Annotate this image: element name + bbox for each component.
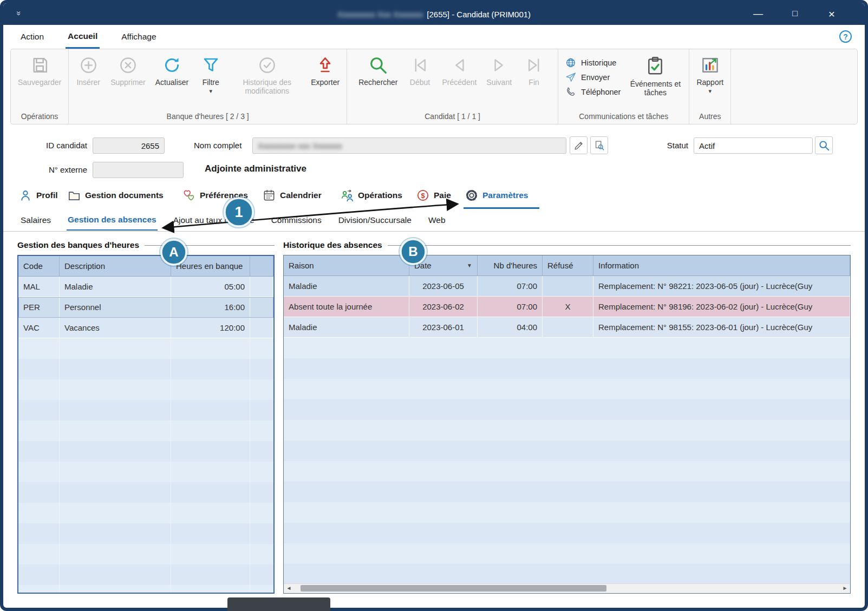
- history-modifications-button[interactable]: Historique des modifications: [228, 52, 306, 98]
- group-label-bank: Banque d'heures [ 2 / 3 ]: [71, 111, 344, 124]
- hours-bank-title: Gestion des banques d'heures: [17, 240, 139, 250]
- people-swap-icon: [340, 188, 354, 202]
- report-dropdown-icon: ▾: [709, 89, 712, 93]
- col-information: Information: [593, 255, 850, 275]
- search-icon: [368, 55, 388, 75]
- name-field[interactable]: Xxxxxxxxx xxx Xxxxxxx: [252, 137, 566, 154]
- external-number-label: N° externe: [19, 165, 87, 174]
- status-search-button[interactable]: [815, 136, 833, 154]
- refresh-button[interactable]: Actualiser: [151, 52, 193, 89]
- table-row-refused[interactable]: Absent toute la journée 2023-06-02 07:00…: [284, 297, 850, 317]
- minimize-button[interactable]: —: [752, 8, 764, 19]
- scroll-right-icon[interactable]: ►: [840, 584, 850, 593]
- report-icon: [700, 55, 720, 75]
- col-description: Description: [60, 256, 171, 276]
- absence-history-table: Raison Date ▼ Nb d'heures Réfusé Informa…: [283, 255, 851, 594]
- svg-text:$: $: [421, 192, 425, 200]
- filter-button[interactable]: Filtre ▾: [193, 52, 228, 95]
- history-button[interactable]: Historique: [565, 57, 621, 69]
- table-row[interactable]: Maladie 2023-06-01 04:00 Remplacement: N…: [284, 317, 850, 338]
- id-field[interactable]: 2655: [93, 137, 165, 154]
- scroll-left-icon[interactable]: ◄: [284, 584, 293, 593]
- subtab-division[interactable]: Division/Succursale: [337, 211, 413, 230]
- pencil-icon: [573, 140, 585, 152]
- document-search-icon: [593, 140, 605, 152]
- edit-name-button[interactable]: [570, 136, 588, 154]
- col-refuse: Réfusé: [543, 255, 593, 275]
- table-row[interactable]: MAL Maladie 05:00: [18, 277, 273, 297]
- subtab-web[interactable]: Web: [427, 211, 447, 230]
- tab-paie[interactable]: $ Paie: [416, 186, 451, 205]
- phone-button[interactable]: Téléphoner: [565, 86, 621, 98]
- maximize-button[interactable]: □: [789, 9, 801, 18]
- insert-button[interactable]: Insérer: [71, 52, 106, 89]
- col-heures: Heures en banque: [171, 256, 250, 276]
- events-tasks-button[interactable]: Événements et tâches: [624, 52, 687, 100]
- status-search-icon: [818, 140, 830, 152]
- gear-icon: [465, 188, 479, 202]
- help-icon[interactable]: ?: [839, 30, 852, 43]
- send-button[interactable]: Envoyer: [565, 71, 621, 83]
- table-row[interactable]: VAC Vacances 120:00: [18, 318, 273, 338]
- history-modifications-icon: [257, 55, 277, 75]
- col-date[interactable]: Date ▼: [409, 255, 478, 275]
- last-button[interactable]: Fin: [517, 52, 551, 89]
- scrollbar-thumb[interactable]: [301, 585, 606, 592]
- horizontal-scrollbar[interactable]: ◄ ►: [284, 583, 850, 593]
- menu-accueil[interactable]: Accueil: [66, 25, 100, 49]
- title-bar: « Xxxxxxxxx Xxx Xxxxxxx [2655] - Candida…: [3, 3, 865, 25]
- col-nb-heures: Nb d'heures: [478, 255, 543, 275]
- tab-calendrier[interactable]: Calendrier: [262, 186, 322, 205]
- tab-profil[interactable]: Profil: [18, 186, 58, 205]
- id-label: ID candidat: [19, 141, 87, 150]
- export-button[interactable]: Exporter: [306, 52, 344, 89]
- subtab-salaires[interactable]: Salaires: [19, 211, 52, 230]
- ribbon: Sauvegarder Opérations Insérer Supprimer: [10, 49, 858, 124]
- absence-history-title: Historique des absences: [283, 240, 382, 250]
- candidate-info: ID candidat 2655 Nom complet Xxxxxxxxx x…: [3, 124, 865, 182]
- hours-bank-table: Code Description Heures en banque MAL Ma…: [17, 255, 275, 594]
- ribbon-group-operations: Sauvegarder Opérations: [11, 49, 69, 124]
- next-button[interactable]: Suivant: [481, 52, 517, 89]
- group-label-operations: Opérations: [13, 111, 66, 124]
- subtab-gestion-absences[interactable]: Gestion des absences: [67, 210, 158, 231]
- menu-affichage[interactable]: Affichage: [119, 25, 158, 49]
- delete-button[interactable]: Supprimer: [106, 52, 151, 89]
- window-title-suffix: [2655] - Candidat (PRIM001): [427, 10, 531, 19]
- save-icon: [30, 55, 50, 75]
- subtab-ajout-taux[interactable]: Ajout au taux de base: [172, 211, 256, 230]
- previous-button[interactable]: Précédent: [438, 52, 482, 89]
- clipboard-check-icon: [644, 55, 666, 77]
- person-icon: [18, 188, 32, 202]
- group-label-communications: Communications et tâches: [560, 111, 687, 124]
- first-button[interactable]: Début: [403, 52, 438, 89]
- close-button[interactable]: ×: [826, 8, 838, 21]
- hours-bank-panel: Gestion des banques d'heures Code Descri…: [17, 238, 275, 594]
- group-label-other: Autres: [691, 111, 728, 124]
- absence-history-header[interactable]: Raison Date ▼ Nb d'heures Réfusé Informa…: [284, 255, 850, 276]
- tab-parametres[interactable]: Paramètres: [465, 186, 528, 205]
- export-icon: [315, 55, 335, 75]
- phone-icon: [565, 86, 577, 98]
- tab-operations[interactable]: Opérations: [340, 186, 402, 205]
- delete-icon: [118, 55, 138, 75]
- hearts-icon: [182, 188, 196, 202]
- search-button[interactable]: Rechercher: [354, 52, 402, 89]
- section-tabs: Profil Gestion documents Préférences Cal…: [3, 182, 865, 209]
- menu-action[interactable]: Action: [18, 25, 46, 49]
- table-row[interactable]: Maladie 2023-06-05 07:00 Remplacement: N…: [284, 276, 850, 297]
- table-row-selected[interactable]: PER Personnel 16:00: [18, 297, 273, 318]
- globe-icon: [565, 57, 577, 69]
- save-button[interactable]: Sauvegarder: [13, 52, 66, 89]
- subtab-commissions[interactable]: Commissions: [270, 211, 323, 230]
- ribbon-group-bank: Insérer Supprimer Actualiser: [69, 49, 347, 124]
- report-button[interactable]: Rapport ▾: [691, 52, 728, 95]
- external-number-field[interactable]: [93, 162, 184, 178]
- preview-document-button[interactable]: [590, 136, 608, 154]
- status-label: Statut: [621, 141, 688, 150]
- tab-gestion-documents[interactable]: Gestion documents: [67, 186, 164, 205]
- hours-bank-header[interactable]: Code Description Heures en banque: [18, 256, 273, 277]
- status-field[interactable]: Actif: [694, 137, 813, 154]
- tab-preferences[interactable]: Préférences: [182, 186, 248, 205]
- menu-bar: Action Accueil Affichage ?: [3, 25, 865, 49]
